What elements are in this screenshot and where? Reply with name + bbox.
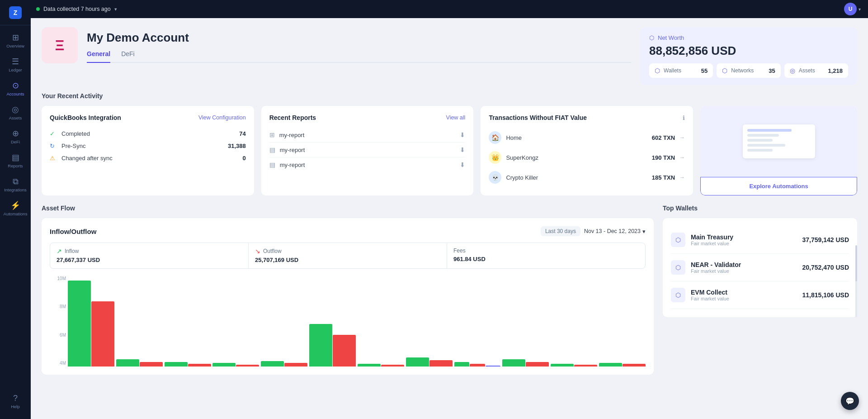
assets-icon: ◎ — [12, 105, 19, 114]
net-worth-card: ⬡ Net Worth 88,852,856 USD ⬡ Wallets 55 … — [640, 27, 857, 85]
sidebar-item-ledger[interactable]: ☰ Ledger — [0, 53, 31, 77]
account-logo-text: Ξ — [55, 37, 65, 54]
bar-group-3 — [212, 276, 259, 367]
date-badge: Last 30 days — [541, 226, 580, 236]
wallet-value-0: 37,759,142 USD — [802, 236, 849, 243]
view-all-link[interactable]: View all — [446, 114, 466, 121]
scrollbar-track[interactable] — [855, 245, 857, 317]
wallet-info-0: Main Treasury Fair market value — [691, 233, 797, 246]
txn-avatar-home: 🏠 — [489, 131, 501, 144]
top-wallets-section: Top Wallets ⬡ Main Treasury Fair market … — [663, 205, 857, 375]
bar-group-9 — [502, 276, 549, 367]
mock-bar-5 — [747, 149, 773, 152]
wallet-icon-1: ⬡ — [671, 260, 685, 275]
top-row: Ξ My Demo Account General DeFi ⬡ Net Wor… — [42, 27, 857, 85]
bar-outflow-10 — [574, 365, 597, 367]
changed-label: Changed after sync — [61, 155, 239, 162]
top-wallets-title: Top Wallets — [663, 205, 857, 212]
recent-activity-title: Your Recent Activity — [42, 92, 857, 100]
reports-header: Recent Reports View all — [269, 114, 466, 121]
qb-row-presync: ↻ Pre-Sync 31,388 — [50, 140, 246, 152]
wallet-fmv-2: Fair market value — [691, 296, 797, 301]
report-download-1[interactable]: ⬇ — [460, 146, 465, 153]
tab-defi[interactable]: DeFi — [121, 50, 135, 63]
qb-row-changed: ⚠ Changed after sync 0 — [50, 152, 246, 164]
outflow-arrow-icon: ↘ — [255, 248, 260, 255]
sidebar-item-overview[interactable]: ⊞ Overview — [0, 29, 31, 53]
report-csv-icon: ⊞ — [269, 131, 275, 138]
txn-name-1: SuperKongz — [506, 154, 647, 161]
bar-inflow-0 — [68, 281, 91, 367]
report-pdf-icon-1: ▤ — [269, 146, 275, 153]
view-configuration-link[interactable]: View Configuration — [198, 114, 246, 121]
txn-header: Transactions Without FIAT Value ℹ — [489, 114, 685, 121]
status-dot — [36, 7, 40, 11]
sidebar: Z ⊞ Overview ☰ Ledger ⊙ Accounts ◎ Asset… — [0, 0, 31, 419]
txn-row-1: 👑 SuperKongz 190 TXN → — [489, 148, 685, 167]
user-avatar[interactable]: U — [844, 3, 857, 15]
wallet-item-2: ⬡ EVM Collect Fair market value 11,815,1… — [671, 281, 849, 309]
sidebar-item-defi[interactable]: ⊕ DeFi — [0, 125, 31, 149]
assets-stat-icon: ◎ — [790, 67, 795, 74]
txn-title: Transactions Without FIAT Value — [489, 114, 587, 121]
net-worth-stats: ⬡ Wallets 55 ⬡ Networks 35 ◎ Assets 1,21… — [649, 63, 848, 78]
sidebar-label-integrations: Integrations — [4, 187, 27, 192]
sidebar-item-help[interactable]: ? Help — [0, 390, 31, 414]
date-range-chevron-icon: ▾ — [642, 228, 646, 235]
net-worth-label: ⬡ Net Worth — [649, 34, 848, 41]
date-range-text[interactable]: Nov 13 - Dec 12, 2023 ▾ — [584, 228, 646, 235]
main-wrapper: Data collected 7 hours ago ▾ U ▾ Ξ My De… — [31, 0, 868, 419]
stat-networks: ⬡ Networks 35 — [717, 63, 780, 78]
bar-outflow-1 — [140, 362, 163, 367]
sidebar-item-assets[interactable]: ◎ Assets — [0, 101, 31, 125]
bar-inflow-10 — [551, 364, 574, 367]
net-worth-icon: ⬡ — [649, 34, 654, 41]
bottom-section: Asset Flow Inflow/Outflow Last 30 days N… — [42, 205, 857, 375]
bar-outflow-5 — [333, 335, 356, 367]
help-icon: ? — [13, 394, 18, 402]
topbar-left: Data collected 7 hours ago ▾ — [36, 6, 117, 12]
bar-outflow-0 — [91, 301, 114, 367]
chart-title: Inflow/Outflow — [50, 228, 96, 235]
bar-inflow-7 — [406, 357, 429, 367]
wallet-item-0: ⬡ Main Treasury Fair market value 37,759… — [671, 226, 849, 254]
mock-bar-2 — [747, 134, 779, 137]
sidebar-item-reports[interactable]: ▤ Reports — [0, 149, 31, 173]
wallet-icon-2: ⬡ — [671, 288, 685, 302]
bar-inflow-8 — [454, 362, 470, 367]
sidebar-item-automations[interactable]: ⚡ Automations — [0, 197, 31, 221]
chat-bubble-button[interactable]: 💬 — [841, 392, 859, 410]
txn-row-0: 🏠 Home 602 TXN → — [489, 128, 685, 148]
stat-wallets: ⬡ Wallets 55 — [649, 63, 713, 78]
account-name: My Demo Account — [87, 31, 631, 45]
bar-inflow-11 — [599, 363, 622, 367]
explore-automations-button[interactable]: Explore Automations — [700, 177, 857, 195]
tab-general[interactable]: General — [87, 50, 110, 63]
completed-icon: ✓ — [50, 130, 58, 137]
report-download-0[interactable]: ⬇ — [460, 131, 465, 138]
topbar-chevron-icon[interactable]: ▾ — [114, 6, 117, 12]
bar-chart: 10M 8M 6M 4M — [50, 276, 646, 367]
chart-header: Inflow/Outflow Last 30 days Nov 13 - Dec… — [50, 226, 646, 236]
sidebar-bottom: ? Help — [0, 390, 31, 419]
sidebar-logo: Z — [0, 0, 31, 25]
txn-count-2: 185 TXN — [652, 174, 675, 181]
flow-outflow-header: ↘ Outflow — [255, 248, 440, 255]
ledger-icon: ☰ — [12, 57, 19, 66]
automations-icon: ⚡ — [10, 201, 20, 210]
stat-assets: ◎ Assets 1,218 — [784, 63, 848, 78]
mock-bar-3 — [747, 139, 773, 142]
sidebar-label-automations: Automations — [4, 211, 28, 216]
net-worth-label-text: Net Worth — [658, 34, 684, 41]
user-menu-chevron-icon[interactable]: ▾ — [859, 7, 861, 12]
sidebar-item-integrations[interactable]: ⧉ Integrations — [0, 173, 31, 197]
flow-inflow-header: ↗ Inflow — [57, 248, 242, 255]
sidebar-item-accounts[interactable]: ⊙ Accounts — [0, 77, 31, 101]
presync-icon: ↻ — [50, 143, 58, 149]
bar-inflow-9 — [502, 359, 525, 367]
txn-count-1: 190 TXN — [652, 154, 675, 161]
mock-bar-1 — [747, 129, 792, 132]
fees-value: 961.84 USD — [453, 256, 486, 262]
assets-label: Assets — [799, 67, 825, 74]
report-download-2[interactable]: ⬇ — [460, 161, 465, 168]
